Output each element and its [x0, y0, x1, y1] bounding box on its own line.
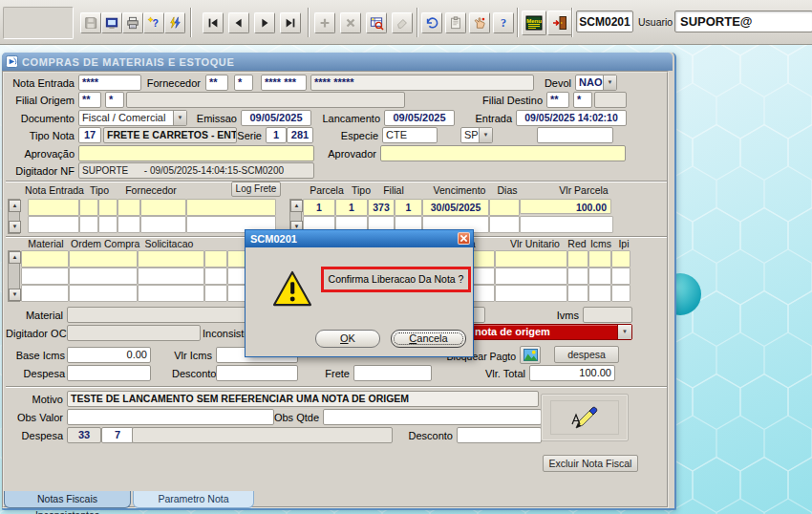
- tab-parametro-nota[interactable]: Parametro Nota: [133, 491, 254, 508]
- scroll-down-icon[interactable]: ▼: [9, 221, 21, 233]
- aprovacao-field[interactable]: [78, 145, 314, 161]
- grid-cell[interactable]: [79, 199, 98, 216]
- numero-field[interactable]: 281: [287, 127, 313, 143]
- scroll-up-icon[interactable]: ▲: [9, 251, 21, 264]
- grid-cell[interactable]: [204, 268, 227, 285]
- dialog-titlebar[interactable]: SCM0201: [246, 230, 473, 247]
- bloquear-pagto-image-button[interactable]: [520, 346, 541, 364]
- lancamento-field[interactable]: 09/05/2025: [384, 110, 455, 126]
- add-record-button[interactable]: [314, 12, 335, 33]
- grid-cell[interactable]: [98, 199, 118, 216]
- chevron-down-icon[interactable]: ▼: [173, 111, 186, 125]
- ok-button[interactable]: OK: [315, 330, 380, 348]
- grid-cell[interactable]: [611, 285, 630, 302]
- grid-cell[interactable]: [138, 250, 204, 268]
- grid-cell[interactable]: [611, 268, 630, 285]
- grid-cell[interactable]: [118, 199, 140, 216]
- tab-notas-fiscais-inconsistentes[interactable]: Notas Fiscais Inconsistentes: [4, 491, 131, 508]
- chevron-down-icon[interactable]: ▼: [479, 128, 492, 142]
- process-button[interactable]: [164, 12, 185, 33]
- desconto2-field[interactable]: [457, 427, 542, 443]
- notas-grid-scrollbar[interactable]: ▲ ▼: [8, 199, 20, 234]
- grid-cell[interactable]: [495, 285, 567, 302]
- despesa2-field-2[interactable]: 7: [101, 427, 134, 443]
- dialog-close-button[interactable]: [458, 232, 470, 245]
- grid-cell[interactable]: [588, 250, 611, 268]
- last-record-button[interactable]: [280, 12, 301, 33]
- excluir-nota-fiscal-button[interactable]: Excluir Nota Fiscal: [543, 455, 638, 472]
- query-button[interactable]: [366, 12, 387, 33]
- exit-button[interactable]: [547, 11, 572, 35]
- scroll-up-icon[interactable]: ▲: [290, 200, 303, 212]
- grid-cell[interactable]: [21, 268, 69, 285]
- grid-cell[interactable]: [79, 216, 98, 233]
- base-icms-field[interactable]: 0.00: [67, 347, 151, 363]
- grid-cell-vlr-parcela[interactable]: 100.00: [520, 199, 611, 214]
- grid-cell[interactable]: [520, 216, 613, 233]
- serie-field[interactable]: 1: [266, 127, 287, 143]
- filial-origem-field-2[interactable]: *: [105, 92, 124, 108]
- grid-cell[interactable]: [567, 250, 588, 268]
- paste-button[interactable]: [445, 12, 466, 33]
- grid-cell[interactable]: [588, 268, 611, 285]
- cancel-button[interactable]: Cancela: [391, 330, 466, 348]
- grid-cell[interactable]: [138, 268, 204, 285]
- material-grid-scrollbar[interactable]: ▲ ▼: [8, 250, 20, 302]
- especie-extra-field[interactable]: [537, 127, 613, 143]
- grid-cell[interactable]: [495, 250, 567, 268]
- grid-cell[interactable]: [186, 199, 276, 216]
- scroll-up-icon[interactable]: ▲: [9, 200, 21, 212]
- emissao-field[interactable]: 09/05/2025: [241, 110, 311, 126]
- scroll-down-icon[interactable]: ▼: [9, 289, 21, 301]
- uf-combo[interactable]: SP▼: [460, 127, 493, 143]
- entrada-field[interactable]: 09/05/2025 14:02:10: [516, 110, 627, 126]
- grid-cell[interactable]: [69, 285, 138, 302]
- aprovador-field[interactable]: [380, 145, 626, 161]
- clear-button[interactable]: [392, 12, 413, 33]
- fornecedor-field-3[interactable]: **** ***: [261, 75, 307, 91]
- grid-cell[interactable]: [140, 216, 186, 233]
- grid-cell[interactable]: [28, 216, 79, 233]
- print-button[interactable]: [122, 12, 143, 33]
- wizard-help-button[interactable]: ?: [143, 12, 164, 33]
- sign-button[interactable]: [541, 394, 629, 441]
- screen-button[interactable]: [101, 12, 122, 33]
- chevron-down-icon[interactable]: ▼: [603, 75, 616, 90]
- grid-cell-filial-2[interactable]: 1: [395, 199, 422, 216]
- help-button[interactable]: ?: [493, 12, 514, 33]
- user-field[interactable]: SUPORTE@: [674, 11, 812, 32]
- grid-cell[interactable]: [69, 250, 138, 268]
- window-titlebar[interactable]: COMPRAS DE MATERIAIS E ESTOQUE: [2, 53, 673, 71]
- obs-valor-field[interactable]: [67, 409, 274, 425]
- save-button[interactable]: [80, 12, 101, 33]
- grid-cell[interactable]: [138, 285, 204, 302]
- filial-destino-field-1[interactable]: **: [546, 92, 569, 108]
- filial-origem-field-1[interactable]: **: [78, 92, 101, 108]
- documento-combo[interactable]: Fiscal / Comercial▼: [78, 110, 187, 126]
- grid-cell[interactable]: [204, 250, 227, 268]
- grid-cell-vencimento[interactable]: 30/05/2025: [422, 199, 489, 216]
- grid-cell[interactable]: [140, 199, 186, 216]
- devol-combo[interactable]: NAO▼: [575, 75, 617, 91]
- grid-cell[interactable]: [567, 285, 588, 302]
- obs-qtde-field[interactable]: [323, 409, 542, 425]
- grid-cell[interactable]: [69, 268, 138, 285]
- grid-cell[interactable]: [489, 216, 520, 233]
- desconto-field[interactable]: [216, 365, 298, 381]
- despesa-button[interactable]: despesa: [554, 346, 619, 363]
- fornecedor-field-2[interactable]: *: [234, 75, 253, 91]
- grid-cell[interactable]: [567, 268, 588, 285]
- despesa-field[interactable]: [67, 365, 151, 381]
- grid-cell[interactable]: [204, 285, 227, 302]
- next-record-button[interactable]: [254, 12, 275, 33]
- grid-cell-tipo[interactable]: 1: [335, 199, 368, 216]
- delete-record-button[interactable]: [340, 12, 361, 33]
- grid-cell[interactable]: [21, 285, 69, 302]
- especie-field[interactable]: CTE: [382, 127, 438, 143]
- log-frete-button[interactable]: Log Frete: [231, 182, 281, 197]
- grid-cell[interactable]: [28, 199, 79, 216]
- chevron-down-icon[interactable]: ▼: [617, 325, 631, 339]
- grid-cell[interactable]: [21, 250, 69, 268]
- nota-entrada-field[interactable]: ****: [78, 75, 141, 91]
- menu-button[interactable]: Menu: [522, 11, 546, 35]
